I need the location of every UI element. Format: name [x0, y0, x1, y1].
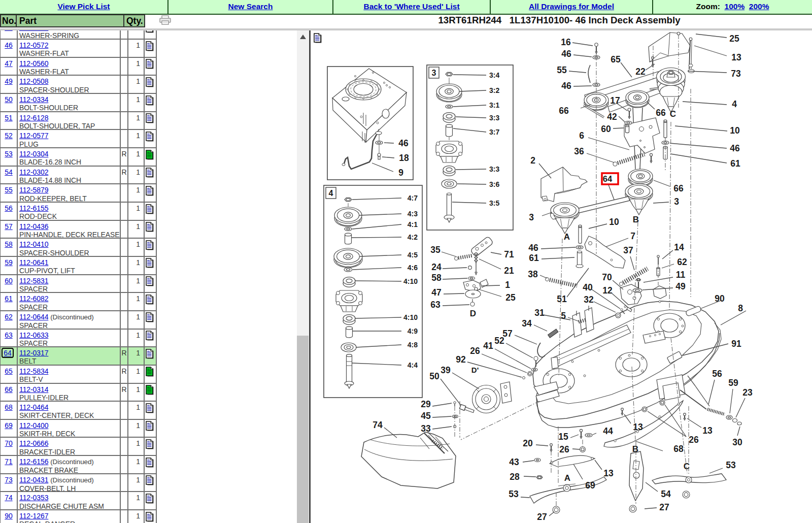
svg-text:53: 53 — [509, 489, 519, 499]
svg-text:6: 6 — [579, 130, 584, 141]
svg-text:A: A — [564, 232, 570, 242]
svg-text:4:10: 4:10 — [403, 313, 418, 321]
svg-text:56: 56 — [712, 369, 722, 379]
svg-text:46: 46 — [398, 138, 409, 148]
svg-text:66: 66 — [656, 108, 666, 118]
svg-text:47: 47 — [431, 287, 441, 298]
svg-text:3:5: 3:5 — [489, 199, 499, 207]
svg-text:46: 46 — [561, 49, 571, 59]
svg-text:C: C — [670, 109, 676, 119]
svg-text:69: 69 — [585, 480, 595, 491]
svg-text:62: 62 — [677, 257, 687, 267]
svg-text:4: 4 — [732, 99, 737, 109]
svg-text:13: 13 — [702, 426, 713, 436]
svg-text:71: 71 — [504, 249, 514, 259]
svg-text:50: 50 — [429, 371, 439, 381]
svg-text:2: 2 — [530, 155, 535, 166]
svg-text:30: 30 — [732, 437, 742, 447]
svg-text:61: 61 — [730, 158, 740, 169]
svg-text:28: 28 — [510, 472, 520, 482]
svg-text:4:9: 4:9 — [408, 327, 418, 335]
svg-text:13: 13 — [731, 52, 741, 62]
svg-text:64: 64 — [603, 174, 613, 183]
svg-text:41: 41 — [483, 341, 493, 351]
svg-text:60: 60 — [601, 124, 611, 134]
svg-text:91: 91 — [731, 339, 741, 349]
svg-text:3:7: 3:7 — [489, 128, 499, 136]
svg-text:16: 16 — [561, 37, 571, 47]
svg-text:17: 17 — [610, 95, 620, 106]
svg-text:7: 7 — [630, 231, 635, 241]
svg-text:54: 54 — [661, 489, 671, 499]
svg-text:92: 92 — [456, 354, 466, 365]
svg-text:53: 53 — [726, 460, 736, 470]
svg-text:36: 36 — [574, 146, 584, 156]
svg-text:D': D' — [471, 366, 479, 374]
svg-text:4:6: 4:6 — [408, 264, 418, 272]
svg-text:35: 35 — [430, 245, 441, 255]
svg-text:45: 45 — [421, 411, 431, 421]
svg-text:13: 13 — [633, 422, 643, 432]
svg-text:49: 49 — [675, 281, 686, 291]
svg-text:D: D — [470, 309, 476, 318]
svg-text:52: 52 — [494, 336, 504, 346]
svg-text:4:3: 4:3 — [408, 210, 418, 218]
svg-text:10: 10 — [609, 217, 619, 227]
svg-text:65: 65 — [611, 54, 621, 64]
svg-text:18: 18 — [399, 153, 409, 163]
svg-text:21: 21 — [504, 266, 514, 276]
svg-text:59: 59 — [728, 378, 738, 388]
svg-text:4:8: 4:8 — [408, 341, 418, 349]
svg-text:38: 38 — [528, 269, 538, 279]
svg-text:27: 27 — [659, 502, 669, 512]
svg-text:1: 1 — [505, 280, 510, 290]
svg-text:43: 43 — [509, 457, 519, 467]
svg-text:44: 44 — [603, 426, 613, 436]
svg-text:46: 46 — [730, 143, 740, 153]
svg-text:58: 58 — [431, 273, 442, 283]
svg-text:25: 25 — [729, 34, 739, 44]
svg-text:20: 20 — [523, 438, 533, 448]
svg-text:37: 37 — [623, 245, 633, 255]
svg-text:3: 3 — [529, 212, 534, 222]
svg-text:34: 34 — [522, 318, 532, 329]
svg-text:68: 68 — [673, 444, 684, 454]
svg-text:4:7: 4:7 — [408, 194, 418, 202]
svg-text:29: 29 — [421, 399, 431, 409]
svg-text:9: 9 — [398, 168, 403, 178]
svg-text:32: 32 — [584, 295, 594, 305]
svg-text:70: 70 — [602, 272, 612, 282]
svg-text:26: 26 — [689, 435, 699, 445]
svg-text:3:2: 3:2 — [489, 86, 499, 94]
svg-text:42: 42 — [607, 112, 617, 122]
svg-text:3:3: 3:3 — [489, 165, 499, 173]
svg-text:12: 12 — [602, 285, 613, 296]
svg-text:61: 61 — [529, 253, 539, 263]
svg-text:10: 10 — [730, 125, 740, 136]
svg-text:26: 26 — [470, 346, 480, 356]
svg-text:3:6: 3:6 — [489, 180, 499, 188]
svg-text:66: 66 — [673, 183, 684, 193]
svg-text:26: 26 — [559, 444, 569, 454]
svg-text:13: 13 — [603, 468, 614, 478]
svg-text:51: 51 — [557, 294, 567, 304]
svg-text:31: 31 — [534, 308, 545, 318]
svg-text:4: 4 — [329, 189, 333, 198]
svg-text:66: 66 — [559, 106, 569, 116]
svg-text:55: 55 — [557, 65, 567, 75]
svg-text:15: 15 — [558, 432, 568, 442]
svg-text:3:4: 3:4 — [489, 71, 499, 79]
svg-text:3:3: 3:3 — [489, 114, 499, 122]
svg-text:4:1: 4:1 — [408, 220, 418, 228]
svg-text:22: 22 — [635, 67, 646, 77]
svg-text:23: 23 — [742, 387, 753, 398]
svg-text:63: 63 — [430, 300, 441, 310]
svg-text:4:10: 4:10 — [403, 277, 418, 285]
svg-text:46: 46 — [561, 81, 571, 91]
svg-text:14: 14 — [674, 242, 684, 252]
svg-text:39: 39 — [441, 365, 451, 375]
svg-text:4:2: 4:2 — [408, 233, 418, 241]
svg-text:3: 3 — [674, 197, 679, 207]
svg-text:A: A — [564, 473, 570, 483]
svg-text:25: 25 — [505, 292, 516, 303]
